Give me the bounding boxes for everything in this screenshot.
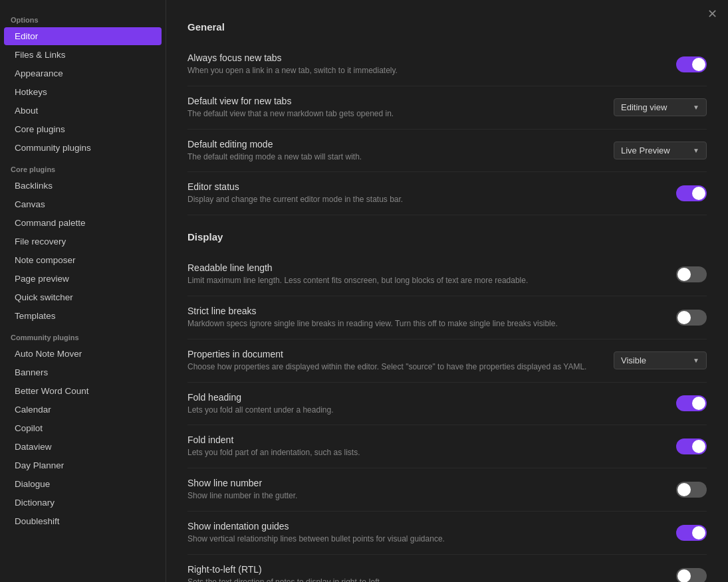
toggle-thumb [677,483,691,496]
toggle-readable-line-length[interactable] [676,266,707,282]
setting-title: Right-to-left (RTL) [187,564,663,575]
setting-info: Right-to-left (RTL) Sets the text direct… [187,564,676,582]
setting-info: Always focus new tabs When you open a li… [187,52,676,76]
setting-default-view: Default view for new tabs The default vi… [187,86,707,130]
setting-desc: When you open a link in a new tab, switc… [187,65,663,76]
chevron-down-icon: ▼ [693,104,699,111]
core-plugins-section-label: Core plugins [0,157,166,176]
setting-info: Readable line length Limit maximum line … [187,262,676,286]
toggle-fold-heading[interactable] [676,395,707,411]
toggle-thumb [677,311,691,324]
setting-title: Always focus new tabs [187,52,663,63]
sidebar-item-about[interactable]: About [4,102,162,120]
sidebar-item-command-palette[interactable]: Command palette [4,214,162,232]
setting-desc: The default view that a new markdown tab… [187,108,600,120]
toggle-thumb [677,569,691,582]
setting-title: Default view for new tabs [187,96,600,106]
setting-desc: Markdown specs ignore single line breaks… [187,318,663,330]
sidebar-item-canvas[interactable]: Canvas [4,195,162,213]
sidebar-item-auto-note-mover[interactable]: Auto Note Mover [4,345,162,363]
sidebar-item-community-plugins[interactable]: Community plugins [4,139,162,157]
setting-title: Readable line length [187,262,663,273]
general-heading: General [187,21,707,33]
setting-info: Show line number Show line number in the… [187,478,676,502]
setting-title: Fold heading [187,392,663,403]
setting-info: Default view for new tabs The default vi… [187,96,614,120]
setting-title: Show indentation guides [187,521,663,532]
sidebar-item-doubleshift[interactable]: Doubleshift [4,512,162,530]
setting-desc: The default editing mode a new tab will … [187,151,600,163]
chevron-down-icon: ▼ [693,147,699,154]
toggle-track [676,310,707,326]
toggle-track [676,56,707,72]
toggle-strict-line-breaks[interactable] [676,310,707,326]
sidebar-item-copilot[interactable]: Copilot [4,419,162,437]
toggle-thumb [692,397,705,410]
setting-fold-heading: Fold heading Lets you fold all content u… [187,383,707,426]
setting-right-to-left: Right-to-left (RTL) Sets the text direct… [187,555,707,582]
setting-editor-status: Editor status Display and change the cur… [187,172,707,215]
setting-default-editing-mode: Default editing mode The default editing… [187,130,707,173]
default-editing-mode-dropdown[interactable]: Live Preview ▼ [614,142,707,159]
sidebar-item-appearance[interactable]: Appearance [4,64,162,82]
toggle-show-line-number[interactable] [676,482,707,498]
sidebar-item-templates[interactable]: Templates [4,307,162,325]
toggle-thumb [677,268,691,281]
setting-desc: Lets you fold all content under a headin… [187,405,663,416]
toggle-editor-status[interactable] [676,185,707,201]
default-view-dropdown[interactable]: Editing view ▼ [614,98,707,116]
sidebar-item-file-recovery[interactable]: File recovery [4,233,162,250]
setting-fold-indent: Fold indent Lets you fold part of an ind… [187,425,707,468]
setting-title: Show line number [187,478,663,488]
sidebar-item-banners[interactable]: Banners [4,363,162,381]
setting-title: Default editing mode [187,139,600,149]
toggle-fold-indent[interactable] [676,438,707,454]
toggle-thumb [692,187,705,200]
sidebar-item-hotkeys[interactable]: Hotkeys [4,83,162,101]
sidebar-item-note-composer[interactable]: Note composer [4,251,162,269]
setting-desc: Show line number in the gutter. [187,490,663,502]
properties-dropdown[interactable]: Visible ▼ [614,351,707,369]
toggle-always-focus-new-tabs[interactable] [676,56,707,72]
sidebar-item-dialogue[interactable]: Dialogue [4,475,162,493]
toggle-track [676,395,707,411]
sidebar-item-quick-switcher[interactable]: Quick switcher [4,288,162,306]
toggle-thumb [692,440,705,453]
toggle-show-indentation-guides[interactable] [676,525,707,541]
sidebar-item-day-planner[interactable]: Day Planner [4,456,162,474]
setting-info: Strict line breaks Markdown specs ignore… [187,306,676,330]
sidebar-item-dataview[interactable]: Dataview [4,438,162,456]
main-content: ✕ General Always focus new tabs When you… [166,0,728,582]
sidebar-item-dictionary[interactable]: Dictionary [4,494,162,512]
toggle-track [676,185,707,201]
setting-desc: Display and change the current editor mo… [187,194,663,205]
setting-desc: Limit maximum line length. Less content … [187,275,663,286]
setting-info: Show indentation guides Show vertical re… [187,521,676,545]
sidebar-item-page-preview[interactable]: Page preview [4,270,162,288]
sidebar: Options Editor Files & Links Appearance … [0,0,166,582]
sidebar-item-files-links[interactable]: Files & Links [4,46,162,64]
setting-show-indentation-guides: Show indentation guides Show vertical re… [187,512,707,555]
setting-title: Strict line breaks [187,306,663,316]
setting-info: Fold indent Lets you fold part of an ind… [187,435,676,458]
sidebar-item-editor[interactable]: Editor [4,27,162,45]
setting-desc: Choose how properties are displayed with… [187,361,600,373]
sidebar-item-backlinks[interactable]: Backlinks [4,177,162,195]
setting-title: Properties in document [187,349,600,359]
toggle-thumb [692,58,705,71]
toggle-track [676,525,707,541]
close-button[interactable]: ✕ [707,8,717,20]
sidebar-item-better-word-count[interactable]: Better Word Count [4,382,162,400]
setting-show-line-number: Show line number Show line number in the… [187,468,707,512]
toggle-track [676,438,707,454]
dropdown-value: Live Preview [621,146,670,155]
dropdown-value: Editing view [621,102,667,112]
toggle-track [676,568,707,582]
setting-always-focus-new-tabs: Always focus new tabs When you open a li… [187,43,707,86]
sidebar-item-calendar[interactable]: Calendar [4,401,162,419]
sidebar-item-core-plugins[interactable]: Core plugins [4,120,162,138]
toggle-right-to-left[interactable] [676,568,707,582]
setting-strict-line-breaks: Strict line breaks Markdown specs ignore… [187,296,707,340]
community-plugins-section-label: Community plugins [0,326,166,344]
chevron-down-icon: ▼ [693,357,699,364]
